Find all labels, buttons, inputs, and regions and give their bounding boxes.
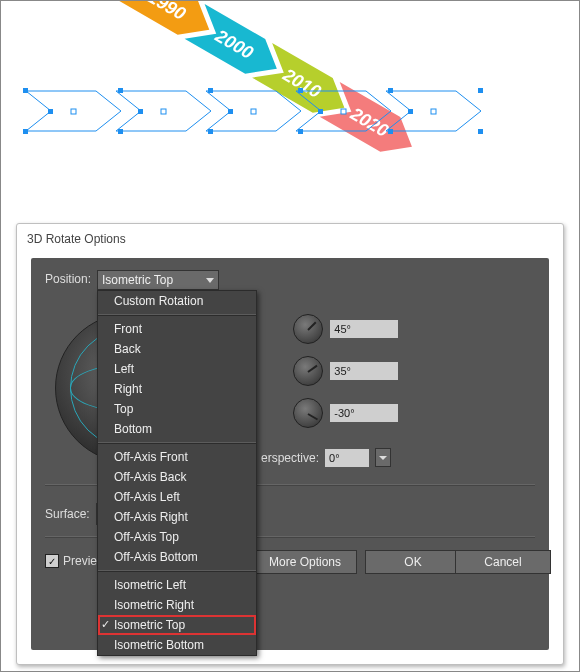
svg-rect-20: [71, 109, 76, 114]
dial-icon[interactable]: [293, 398, 323, 428]
svg-rect-19: [408, 109, 413, 114]
ok-button[interactable]: OK: [365, 550, 461, 574]
svg-rect-14: [478, 129, 483, 134]
3d-rotate-dialog: 3D Rotate Options Position: Isometric To…: [16, 223, 564, 665]
rotation-y-input[interactable]: [330, 362, 398, 380]
svg-rect-22: [251, 109, 256, 114]
rotation-y-row: [293, 356, 398, 386]
menu-item-right[interactable]: Right: [98, 379, 256, 399]
perspective-row: erspective:: [261, 448, 391, 467]
menu-item-bottom[interactable]: Bottom: [98, 419, 256, 439]
menu-item-off-axis-back[interactable]: Off-Axis Back: [98, 467, 256, 487]
svg-rect-15: [48, 109, 53, 114]
menu-item-off-axis-right[interactable]: Off-Axis Right: [98, 507, 256, 527]
rotation-z-row: [293, 398, 398, 428]
rotation-x-row: [293, 314, 398, 344]
svg-rect-10: [118, 129, 123, 134]
svg-rect-5: [208, 88, 213, 93]
cancel-button[interactable]: Cancel: [455, 550, 551, 574]
svg-rect-13: [388, 129, 393, 134]
svg-rect-4: [118, 88, 123, 93]
timeline-arrows-illustration: 1990 2000 2010 2020: [1, 1, 579, 216]
svg-rect-9: [23, 129, 28, 134]
menu-separator: [98, 442, 256, 444]
rotation-x-input[interactable]: [330, 320, 398, 338]
menu-item-off-axis-top[interactable]: Off-Axis Top: [98, 527, 256, 547]
svg-rect-6: [298, 88, 303, 93]
menu-item-isometric-left[interactable]: Isometric Left: [98, 575, 256, 595]
dialog-title: 3D Rotate Options: [17, 224, 563, 246]
perspective-input[interactable]: [325, 449, 369, 467]
menu-item-top[interactable]: Top: [98, 399, 256, 419]
more-options-button[interactable]: More Options: [253, 550, 357, 574]
page-container: 1990 2000 2010 2020: [0, 0, 580, 672]
svg-rect-12: [298, 129, 303, 134]
menu-item-off-axis-bottom[interactable]: Off-Axis Bottom: [98, 547, 256, 567]
surface-label: Surface:: [45, 507, 90, 521]
chevron-down-icon: [206, 278, 214, 283]
svg-rect-16: [138, 109, 143, 114]
svg-rect-11: [208, 129, 213, 134]
menu-item-isometric-top[interactable]: Isometric Top: [98, 615, 256, 635]
triangle-right-icon: [379, 456, 387, 460]
menu-item-custom-rotation[interactable]: Custom Rotation: [98, 291, 256, 311]
position-select[interactable]: Isometric Top: [97, 270, 219, 290]
menu-item-left[interactable]: Left: [98, 359, 256, 379]
dialog-panel: Position: Isometric Top: [31, 258, 549, 650]
svg-rect-18: [318, 109, 323, 114]
svg-rect-23: [341, 109, 346, 114]
preview-checkbox[interactable]: ✓: [45, 554, 59, 568]
menu-separator: [98, 570, 256, 572]
dial-icon[interactable]: [293, 314, 323, 344]
svg-rect-7: [388, 88, 393, 93]
menu-item-back[interactable]: Back: [98, 339, 256, 359]
menu-separator: [98, 314, 256, 316]
svg-rect-8: [478, 88, 483, 93]
perspective-stepper[interactable]: [375, 448, 391, 467]
dial-icon[interactable]: [293, 356, 323, 386]
rotation-z-input[interactable]: [330, 404, 398, 422]
svg-rect-21: [161, 109, 166, 114]
position-label: Position:: [45, 272, 91, 286]
position-dropdown-menu: Custom Rotation Front Back Left Right To…: [97, 290, 257, 656]
menu-item-isometric-bottom[interactable]: Isometric Bottom: [98, 635, 256, 655]
menu-item-off-axis-front[interactable]: Off-Axis Front: [98, 447, 256, 467]
svg-rect-24: [431, 109, 436, 114]
svg-rect-3: [23, 88, 28, 93]
menu-item-isometric-right[interactable]: Isometric Right: [98, 595, 256, 615]
menu-item-off-axis-left[interactable]: Off-Axis Left: [98, 487, 256, 507]
position-select-value: Isometric Top: [102, 273, 173, 287]
menu-item-front[interactable]: Front: [98, 319, 256, 339]
svg-rect-17: [228, 109, 233, 114]
perspective-label: erspective:: [261, 451, 319, 465]
